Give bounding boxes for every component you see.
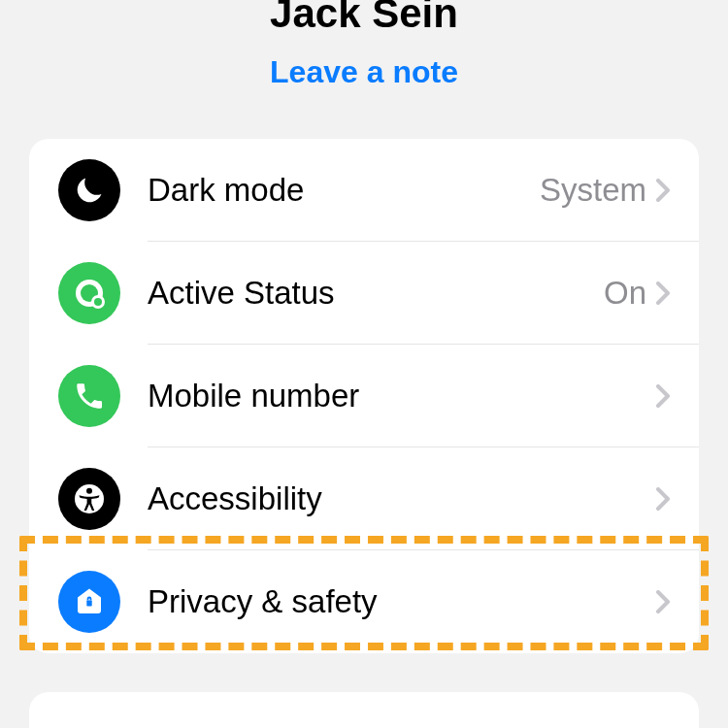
phone-icon <box>58 365 120 427</box>
chevron-right-icon <box>656 590 670 613</box>
chevron-right-icon <box>656 487 670 511</box>
row-privacy-safety[interactable]: Privacy & safety <box>29 550 699 653</box>
accessibility-icon <box>58 468 120 530</box>
svg-point-3 <box>94 298 102 306</box>
row-label: Mobile number <box>148 378 656 414</box>
row-active-status[interactable]: Active Status On <box>29 242 699 345</box>
row-label: Privacy & safety <box>148 583 656 620</box>
row-label: Active Status <box>148 275 604 312</box>
settings-card: Dark mode System Active Status On <box>29 139 699 653</box>
chevron-right-icon <box>656 281 670 305</box>
moon-icon <box>58 159 120 221</box>
chevron-right-icon <box>656 384 670 408</box>
svg-point-5 <box>86 488 92 494</box>
chevron-right-icon <box>656 179 670 202</box>
leave-note-link[interactable]: Leave a note <box>270 54 458 90</box>
profile-name: Jack Sein <box>0 0 728 37</box>
shield-home-icon <box>58 571 120 633</box>
row-value: On <box>604 275 646 312</box>
row-mobile-number[interactable]: Mobile number <box>29 345 699 447</box>
row-label: Dark mode <box>148 172 540 209</box>
row-value: System <box>540 172 646 209</box>
next-card <box>29 692 699 728</box>
row-dark-mode[interactable]: Dark mode System <box>29 139 699 242</box>
row-accessibility[interactable]: Accessibility <box>29 447 699 550</box>
row-label: Accessibility <box>148 480 656 517</box>
svg-rect-6 <box>86 601 91 607</box>
status-dot-icon <box>58 262 120 324</box>
